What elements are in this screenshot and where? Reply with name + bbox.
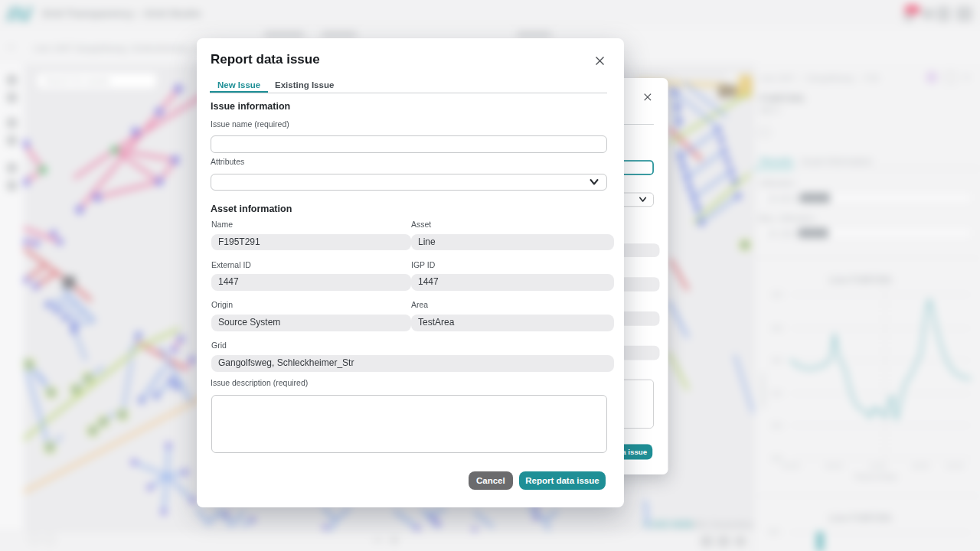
svg-text:Point of time: Point of time bbox=[854, 473, 897, 481]
svg-text:392: 392 bbox=[771, 422, 782, 429]
svg-text:Line F195T291: Line F195T291 bbox=[829, 513, 893, 523]
svg-text:394: 394 bbox=[771, 390, 782, 397]
svg-text:23:45: 23:45 bbox=[946, 462, 964, 470]
svg-text:396: 396 bbox=[771, 357, 782, 364]
svg-text:00:00: 00:00 bbox=[782, 462, 800, 470]
svg-text:06:00: 06:00 bbox=[825, 462, 843, 470]
svg-text:300: 300 bbox=[768, 528, 779, 536]
svg-text:400: 400 bbox=[771, 291, 782, 298]
svg-text:© 2025 HERE: © 2025 HERE bbox=[643, 520, 694, 529]
svg-text:Search for assets: Search for assets bbox=[44, 76, 110, 85]
svg-text:Current in A: Current in A bbox=[759, 372, 766, 409]
svg-text:18:00: 18:00 bbox=[912, 462, 929, 470]
svg-text:398: 398 bbox=[771, 324, 782, 332]
svg-text:Line F195T291: Line F195T291 bbox=[829, 275, 893, 285]
svg-text:390: 390 bbox=[771, 455, 782, 462]
svg-text:494, Deutschland: 494, Deutschland bbox=[693, 520, 753, 529]
svg-text:12:00: 12:00 bbox=[869, 462, 887, 470]
